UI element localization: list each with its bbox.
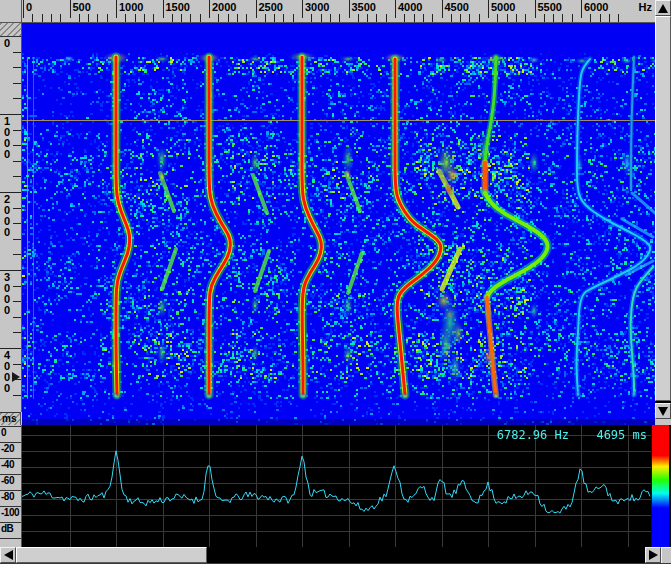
freq-ruler-minor-tick xyxy=(339,14,340,22)
freq-ruler-minor-tick xyxy=(525,14,526,22)
db-scale-label: -20 xyxy=(1,443,14,454)
db-scale-separator xyxy=(0,474,21,475)
time-ruler-minor-tick xyxy=(13,161,21,162)
db-scale-separator xyxy=(0,538,21,539)
freq-ruler-minor-tick xyxy=(144,14,145,22)
time-ruler-minor-tick xyxy=(13,239,21,240)
freq-ruler-label: 3000 xyxy=(305,1,329,13)
time-ruler-label: 4 0 0 0 xyxy=(4,350,10,394)
freq-ruler-tick xyxy=(442,0,443,18)
freq-ruler-minor-tick xyxy=(60,14,61,22)
time-ruler-minor-tick xyxy=(13,301,21,302)
spectrogram-canvas[interactable] xyxy=(22,23,655,425)
time-ruler-minor-tick xyxy=(13,145,21,146)
freq-ruler-label: 6000 xyxy=(584,1,608,13)
freq-ruler-minor-tick xyxy=(293,14,294,22)
frequency-ruler: Hz 0500100015002000250030003500400045005… xyxy=(22,0,655,23)
freq-ruler-label: 2500 xyxy=(259,1,283,13)
spectrum-panel[interactable]: 6782.96 Hz 4695 ms xyxy=(22,425,651,547)
freq-ruler-minor-tick xyxy=(153,14,154,22)
scrollbar-corner xyxy=(661,547,671,563)
right-arrow-icon xyxy=(649,550,658,560)
time-unit-label: ms xyxy=(0,412,21,425)
freq-ruler-minor-tick xyxy=(404,14,405,22)
db-scale-separator xyxy=(0,458,21,459)
freq-ruler-minor-tick xyxy=(172,14,173,22)
freq-ruler-minor-tick xyxy=(88,14,89,22)
db-scale-label: -80 xyxy=(1,491,14,502)
freq-ruler-minor-tick xyxy=(497,14,498,22)
scroll-down-button[interactable] xyxy=(655,403,671,419)
horizontal-scrollbar[interactable] xyxy=(0,547,671,563)
freq-ruler-minor-tick xyxy=(246,14,247,22)
freq-ruler-label: 5000 xyxy=(491,1,515,13)
freq-ruler-minor-tick xyxy=(618,14,619,22)
db-scale-label: 0 xyxy=(1,427,6,438)
time-ruler-minor-tick xyxy=(13,52,21,53)
freq-ruler-minor-tick xyxy=(311,14,312,22)
scroll-left-button[interactable] xyxy=(0,547,16,563)
horizontal-scrollbar-thumb[interactable] xyxy=(16,547,207,563)
db-scale-separator xyxy=(0,442,21,443)
down-arrow-icon xyxy=(658,407,668,416)
freq-ruler-minor-tick xyxy=(190,14,191,22)
freq-ruler-label: 5500 xyxy=(538,1,562,13)
freq-ruler-minor-tick xyxy=(135,14,136,22)
freq-ruler-minor-tick xyxy=(516,14,517,22)
freq-ruler-label: 4500 xyxy=(445,1,469,13)
time-ruler-label: 3 0 0 0 xyxy=(4,272,10,316)
freq-ruler-minor-tick xyxy=(600,14,601,22)
time-ruler-minor-tick xyxy=(13,332,21,333)
ruler-corner-box xyxy=(0,0,22,23)
freq-ruler-minor-tick xyxy=(274,14,275,22)
freq-ruler-minor-tick xyxy=(609,14,610,22)
time-ruler: 01 0 0 02 0 0 03 0 0 04 0 0 0 xyxy=(0,23,22,412)
freq-ruler-tick xyxy=(209,0,210,18)
freq-ruler-minor-tick xyxy=(200,14,201,22)
freq-ruler-minor-tick xyxy=(414,14,415,22)
spectrogram-view[interactable] xyxy=(22,23,655,425)
freq-ruler-label: 1500 xyxy=(166,1,190,13)
freq-ruler-minor-tick xyxy=(358,14,359,22)
time-ruler-hatch-cell xyxy=(0,23,22,37)
freq-ruler-label: 4000 xyxy=(398,1,422,13)
freq-ruler-minor-tick xyxy=(228,14,229,22)
time-ruler-label: 2 0 0 0 xyxy=(4,194,10,238)
time-ruler-minor-tick xyxy=(13,286,21,287)
time-ruler-minor-tick xyxy=(13,364,21,365)
scroll-up-button[interactable] xyxy=(655,0,671,16)
time-ruler-minor-tick xyxy=(13,223,21,224)
freq-ruler-minor-tick xyxy=(32,14,33,22)
freq-ruler-tick xyxy=(581,0,582,18)
freq-ruler-minor-tick xyxy=(237,14,238,22)
spectrum-canvas[interactable] xyxy=(22,425,651,547)
freq-ruler-minor-tick xyxy=(51,14,52,22)
db-scale-separator xyxy=(0,522,21,523)
freq-ruler-minor-tick xyxy=(469,14,470,22)
freq-ruler-minor-tick xyxy=(572,14,573,22)
time-ruler-minor-tick xyxy=(13,98,21,99)
time-position-marker[interactable] xyxy=(12,372,20,382)
freq-ruler-minor-tick xyxy=(283,14,284,22)
freq-ruler-tick xyxy=(116,0,117,18)
freq-ruler-label: 500 xyxy=(73,1,91,13)
freq-ruler-minor-tick xyxy=(79,14,80,22)
db-scale-label: -100 xyxy=(1,507,19,518)
db-scale: 0-20-40-60-80-100dB xyxy=(0,425,22,547)
freq-ruler-label: 3500 xyxy=(352,1,376,13)
cursor-frequency-readout: 6782.96 Hz xyxy=(497,428,569,442)
freq-ruler-minor-tick xyxy=(423,14,424,22)
freq-ruler-minor-tick xyxy=(562,14,563,22)
db-scale-label: dB xyxy=(1,523,13,534)
vertical-scrollbar-thumb[interactable] xyxy=(655,16,671,401)
db-scale-separator xyxy=(0,506,21,507)
frequency-unit-label: Hz xyxy=(639,1,652,13)
db-scale-label: -40 xyxy=(1,459,14,470)
colormap-legend xyxy=(651,425,670,547)
freq-ruler-minor-tick xyxy=(590,14,591,22)
scroll-right-button[interactable] xyxy=(645,547,661,563)
time-ruler-minor-tick xyxy=(13,395,21,396)
freq-ruler-minor-tick xyxy=(544,14,545,22)
freq-ruler-minor-tick xyxy=(321,14,322,22)
vertical-scrollbar[interactable] xyxy=(655,0,671,419)
